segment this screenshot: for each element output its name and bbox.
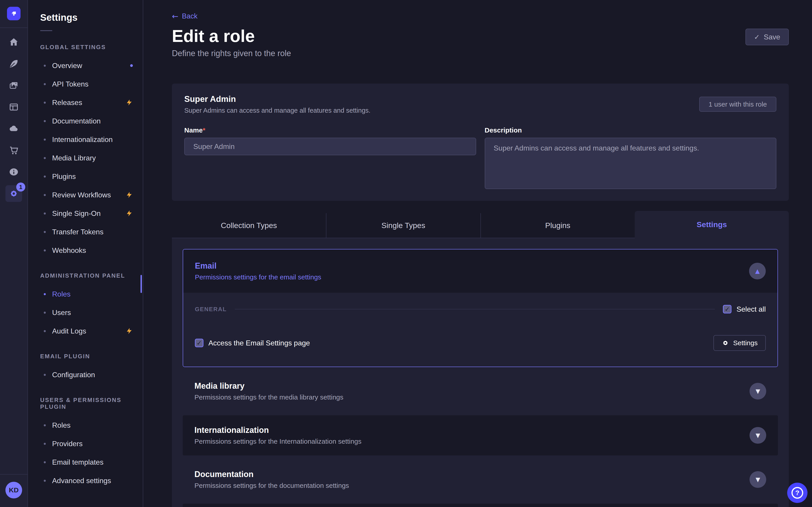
sidebar-item-users[interactable]: Users — [28, 303, 143, 322]
lightning-icon — [125, 191, 133, 199]
sidebar-item-releases[interactable]: Releases — [28, 93, 143, 112]
bullet-icon — [44, 231, 46, 233]
subnav-title-divider — [40, 30, 52, 31]
sidebar-item-roles[interactable]: Roles — [28, 285, 143, 303]
sidebar-item-plugins[interactable]: Plugins — [28, 167, 143, 186]
marketplace-icon[interactable] — [5, 142, 22, 159]
settings-subnav: Settings GLOBAL SETTINGSOverviewAPI Toke… — [28, 0, 143, 507]
chevron-down-icon: ▼ — [756, 388, 760, 395]
app-root: 1 KD Settings GLOBAL SETTINGSOverviewAPI… — [0, 0, 812, 507]
role-title: Super Admin — [184, 95, 776, 104]
sidebar-item-roles[interactable]: Roles — [28, 416, 143, 435]
accordion-internationalization[interactable]: InternationalizationPermissions settings… — [183, 415, 778, 455]
sidebar-item-label: Releases — [52, 99, 82, 107]
sidebar-item-label: Providers — [52, 440, 83, 448]
sidebar-item-label: Advanced settings — [52, 476, 111, 485]
question-mark-icon: ? — [792, 487, 803, 499]
bullet-icon — [44, 330, 46, 332]
home-icon[interactable] — [5, 34, 22, 51]
access-label: Access the Email Settings page — [208, 339, 310, 347]
sidebar-item-email-templates[interactable]: Email templates — [28, 453, 143, 471]
strapi-logo[interactable] — [7, 7, 20, 20]
bullet-icon — [44, 374, 46, 376]
section-heading: EMAIL PLUGIN — [40, 353, 131, 360]
bullet-icon — [44, 65, 46, 67]
bullet-icon — [44, 194, 46, 196]
select-all-label: Select all — [737, 305, 766, 314]
expand-button[interactable]: ▼ — [750, 383, 766, 399]
sidebar-item-transfer-tokens[interactable]: Transfer Tokens — [28, 223, 143, 241]
bullet-icon — [44, 480, 46, 482]
sidebar-item-advanced-settings[interactable]: Advanced settings — [28, 471, 143, 490]
select-all-checkbox[interactable] — [723, 305, 731, 314]
sidebar-item-review-workflows[interactable]: Review Workflows — [28, 186, 143, 204]
lightning-icon — [125, 327, 133, 335]
expand-button[interactable]: ▼ — [750, 471, 766, 488]
description-label: Description — [485, 126, 776, 134]
bullet-icon — [44, 102, 46, 104]
sidebar-item-webhooks[interactable]: Webhooks — [28, 241, 143, 260]
email-settings-button[interactable]: Settings — [713, 335, 766, 351]
section-heading: ADMINISTRATION PANEL — [40, 272, 131, 279]
accordion-rows: Media libraryPermissions settings for th… — [183, 371, 778, 507]
sidebar-item-audit-logs[interactable]: Audit Logs — [28, 322, 143, 340]
sidebar-item-documentation[interactable]: Documentation — [28, 112, 143, 130]
users-with-role-button[interactable]: 1 user with this role — [699, 97, 776, 112]
accordion-email-header[interactable]: Email Permissions settings for the email… — [183, 249, 777, 293]
general-label: GENERAL — [195, 306, 227, 313]
rail-bottom: KD — [0, 474, 28, 507]
bullet-icon — [44, 424, 46, 426]
tab-settings[interactable]: Settings — [635, 211, 789, 238]
subnav-title: Settings — [40, 13, 143, 22]
tab-collection-types[interactable]: Collection Types — [172, 213, 326, 238]
sidebar-item-media-library[interactable]: Media Library — [28, 149, 143, 167]
sidebar-item-overview[interactable]: Overview — [28, 56, 143, 75]
sidebar-item-configuration[interactable]: Configuration — [28, 365, 143, 384]
back-link[interactable]: ← Back — [172, 0, 197, 21]
settings-icon[interactable]: 1 — [5, 185, 22, 202]
notification-badge: 1 — [16, 182, 25, 191]
accordion-documentation[interactable]: DocumentationPermissions settings for th… — [183, 459, 778, 500]
accordion-media-library[interactable]: Media libraryPermissions settings for th… — [183, 371, 778, 411]
sidebar-item-label: Plugins — [52, 172, 76, 181]
sidebar-item-providers[interactable]: Providers — [28, 435, 143, 453]
sidebar-item-label: Review Workflows — [52, 191, 111, 199]
collapse-button[interactable]: ▲ — [749, 263, 766, 279]
content-type-builder-icon[interactable] — [5, 99, 22, 115]
strapi-logo-icon — [10, 10, 17, 17]
accordion-plugins-and-marketplace[interactable]: Plugins and marketplace▼ — [183, 504, 778, 507]
sidebar-item-label: Transfer Tokens — [52, 228, 104, 236]
bullet-icon — [44, 213, 46, 215]
sidebar-item-api-tokens[interactable]: API Tokens — [28, 75, 143, 93]
sidebar-item-label: Internationalization — [52, 135, 113, 144]
tab-plugins[interactable]: Plugins — [480, 213, 635, 238]
save-button[interactable]: ✓ Save — [746, 29, 789, 45]
back-arrow-icon: ← — [172, 12, 179, 21]
name-label: Name* — [184, 126, 476, 134]
avatar[interactable]: KD — [5, 482, 22, 498]
sidebar-item-label: Single Sign-On — [52, 209, 101, 218]
check-icon: ✓ — [754, 33, 760, 41]
description-textarea[interactable]: Super Admins can access and manage all f… — [485, 138, 776, 189]
info-icon[interactable] — [5, 164, 22, 180]
sidebar-item-label: Media Library — [52, 154, 96, 162]
sidebar-item-single-sign-on[interactable]: Single Sign-On — [28, 204, 143, 223]
chevron-down-icon: ▼ — [756, 432, 760, 439]
bullet-icon — [44, 120, 46, 122]
bullet-icon — [44, 157, 46, 159]
media-library-icon[interactable] — [5, 77, 22, 94]
sidebar-item-label: Roles — [52, 421, 70, 430]
bullet-icon — [44, 175, 46, 178]
content-manager-icon[interactable] — [5, 55, 22, 72]
access-checkbox[interactable] — [195, 339, 203, 347]
tab-single-types[interactable]: Single Types — [326, 213, 480, 238]
cloud-icon[interactable] — [5, 120, 22, 137]
tabs-bar: Collection TypesSingle TypesPluginsSetti… — [172, 213, 789, 238]
subnav-scrollbar[interactable] — [141, 275, 142, 293]
rail-divider — [0, 27, 28, 28]
permissions-section: Collection TypesSingle TypesPluginsSetti… — [172, 213, 789, 507]
help-button[interactable]: ? — [787, 483, 808, 503]
sidebar-item-internationalization[interactable]: Internationalization — [28, 130, 143, 149]
name-input[interactable] — [184, 138, 476, 155]
expand-button[interactable]: ▼ — [750, 427, 766, 444]
